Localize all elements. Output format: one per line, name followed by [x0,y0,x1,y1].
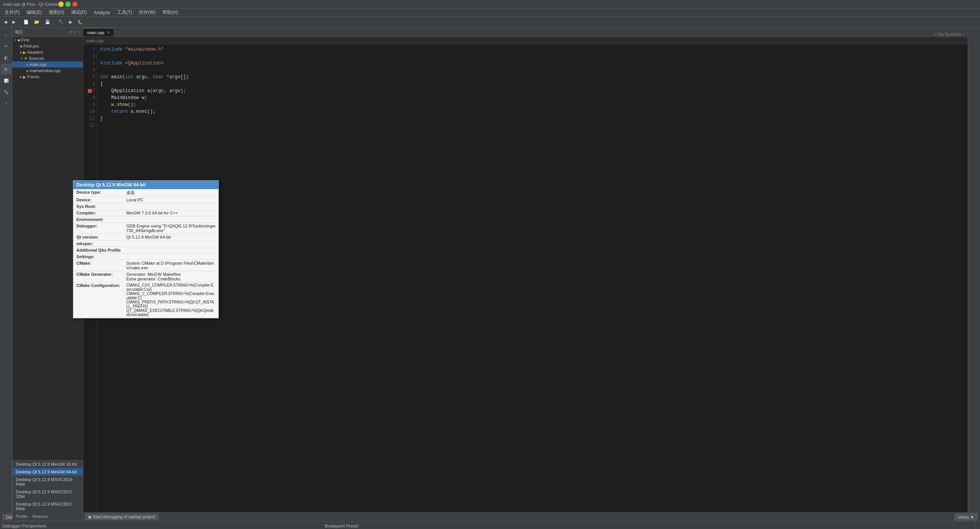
project-panel-title: 项目 [15,29,68,35]
tooltip-settings: Settings: [73,254,218,260]
toolbar-forward[interactable]: ▶ [10,19,18,25]
views-button[interactable]: Views ▼ [954,514,978,521]
menu-edit[interactable]: 编辑(E) [23,8,45,16]
debug-right-header: Breakpoint Preset [322,522,975,529]
tab-main-cpp[interactable]: main.cpp ✕ [83,28,114,36]
debugger-panels: Debugger Perspectives Perspective Debugg… [0,522,980,529]
tooltip-popup: Desktop Qt 5.12.9 MinGW 64-bit Device ty… [73,180,219,318]
cpp-file-icon2: ■ [26,69,28,73]
tooltip-environment: Environment: [73,216,218,223]
tooltip-device-type: Device type: 桌面 [73,189,218,197]
kit-list-popup: Desktop Qt 5.12.9 MinGW 32-bit Desktop Q… [12,460,83,521]
perspectives-title: Debugger Perspectives [2,524,46,528]
menu-view[interactable]: 视图(V) [46,8,67,16]
tooltip-qt-version: Qt version: Qt 5.12.9 MinGW 64-bit [73,234,218,241]
kit-release-label: Release [32,514,48,519]
tree-first-project[interactable]: ▼ ■ First [12,37,83,43]
toolbar-save[interactable]: 💾 [43,19,53,25]
close-button[interactable]: ✕ [72,2,78,7]
sidebar-help[interactable]: ? [1,98,12,109]
toolbar: ◀ ▶ 📄 📂 💾 🔨 ▶ 🐛 [0,17,980,28]
tree-first-pro[interactable]: ■ First.pro [12,43,83,49]
sidebar-design[interactable]: ◧ [1,52,12,63]
app-title: main.cpp @ First - Qt Creator [3,2,58,7]
forms-folder-icon: ▶ [23,75,26,79]
maximize-button[interactable]: □ [65,2,71,7]
toolbar-debug[interactable]: 🐛 [75,19,85,25]
debugger-toolbar: Debugger ◇ Debugger Preset ◇ ▶ Start deb… [0,513,980,522]
debug-perspectives-panel: Debugger Perspectives Perspective Debugg… [0,522,322,529]
left-sidebar: ⌂ ✏ ◧ ⬟ 📊 🔧 ? [0,28,12,512]
sidebar-debug[interactable]: ⬟ [1,64,12,74]
panel-filter-icon[interactable]: ▽ [74,30,77,34]
folder-icon: ▶ [23,50,26,54]
tooltip-debugger: Debugger: GDB Engine using "D:\Qt\Qt5.12… [73,223,218,234]
tooltip-cmake-generator: CMake Generator: Generator: MinGW Makefi… [73,271,218,282]
code-editor[interactable]: #include "mainwindow.h" #include <QAppli… [97,44,968,512]
cpp-file-icon: ■ [26,63,28,67]
tooltip-cmake-config: CMake Configuration: CMAKE_CXX_COMPILER:… [73,282,218,318]
project-icon: ■ [18,38,20,42]
project-panel-header: 项目 ⟳ ▽ ≡ [12,28,83,37]
tree-headers-folder[interactable]: ▶ ▶ Headers [12,49,83,55]
debug-left-header: Debugger Perspectives [0,522,322,529]
tab-close-icon[interactable]: ✕ [107,30,110,35]
right-scrollbar[interactable] [975,522,980,529]
kit-mingw64[interactable]: Desktop Qt 5.12.9 MinGW 64-bit [13,468,83,476]
toolbar-build[interactable]: 🔨 [56,19,66,25]
no-symbols: < No Symbols > [935,32,965,36]
toolbar-open[interactable]: 📂 [32,19,42,25]
menu-help[interactable]: 帮助(H) [159,8,181,16]
sidebar-projects[interactable]: 🔧 [1,87,12,97]
panel-menu-icon[interactable]: ≡ [78,30,81,34]
tooltip-cmake: CMake: System CMake at D:\Program Files\… [73,260,218,271]
tooltip-header: Desktop Qt 5.12.9 MinGW 64-bit [73,181,218,189]
menu-debug[interactable]: 调试(D) [68,8,90,16]
toolbar-new[interactable]: 📄 [21,19,31,25]
tree-main-cpp[interactable]: ■ main.cpp [12,61,83,68]
menu-controls[interactable]: 控件(W) [136,8,159,16]
start-debug-btn[interactable]: ▶ Start debugging of startup project [85,514,159,520]
tree-forms-folder[interactable]: ▶ ▶ Forms [12,74,83,80]
breakpoints-title: Breakpoint Preset [325,524,358,528]
panel-sync-icon[interactable]: ⟳ [69,30,72,34]
tooltip-compiler: Compiler: MinGW 7.3.0 64-bit for C++ [73,210,218,216]
menu-tools[interactable]: 工具(T) [114,8,135,16]
toolbar-back[interactable]: ◀ [2,19,9,25]
tree-sources-folder[interactable]: ▼ ▼ Sources [12,55,83,61]
debug-icon: ⬟ [4,67,8,71]
editor-tabs: main.cpp ✕ < No Symbols > [83,28,968,37]
tooltip-mkspec: mkspec: [73,241,218,247]
file-pro-icon: ■ [20,44,22,48]
folder-open-icon: ▼ [24,56,28,61]
tree-mainwindow-cpp[interactable]: ■ mainwindow.cpp [12,68,83,74]
menu-file[interactable]: 文件(F) [2,8,23,16]
kit-profile-label: Profile [16,514,28,519]
tooltip-sysroot: Sys Root: [73,203,218,210]
tab-label: main.cpp [87,30,104,35]
breadcrumb-filename: main.cpp [86,38,104,43]
minimize-button[interactable]: − [58,2,64,7]
tooltip-qbs-profile: Additional Qbs Profile [73,247,218,254]
editor-breadcrumb: main.cpp [83,37,968,44]
tooltip-device: Device: Local PC [73,197,218,203]
toolbar-run[interactable]: ▶ [67,19,74,25]
bottom-area: Debugger ◇ Debugger Preset ◇ ▶ Start deb… [0,512,980,529]
right-sidebar [968,28,980,512]
sidebar-edit[interactable]: ✏ [1,41,12,51]
sidebar-analyze[interactable]: 📊 [1,75,12,86]
sidebar-welcome[interactable]: ⌂ [1,29,12,40]
menu-analyze[interactable]: Analyze [91,9,113,16]
menu-bar: 文件(F) 编辑(E) 视图(V) 调试(D) Analyze 工具(T) 控件… [0,8,980,17]
kit-msvc2015[interactable]: Desktop Qt 5.12.9 MSVC2015 64bit [13,476,83,488]
debug-breakpoints-panel: Breakpoint Preset Debuggee Function File… [322,522,975,529]
kit-msvc2017-64[interactable]: Desktop Qt 5.12.9 MSVC2017 64bit [13,500,83,513]
kit-msvc2017-32[interactable]: Desktop Qt 5.12.9 MSVC2017 32bit [13,488,83,500]
kit-mingw32[interactable]: Desktop Qt 5.12.9 MinGW 32-bit [13,460,83,468]
title-bar: main.cpp @ First - Qt Creator − □ ✕ [0,0,980,8]
